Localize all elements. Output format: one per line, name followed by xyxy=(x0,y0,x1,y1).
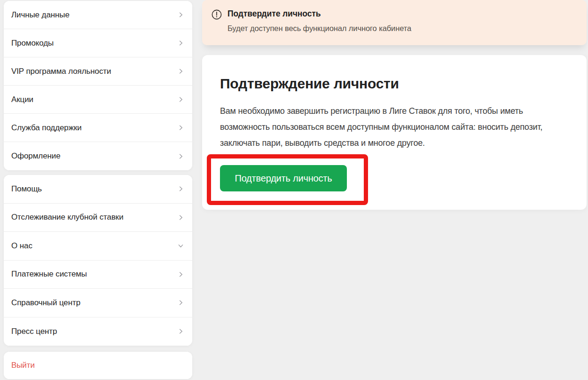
chevron-right-icon xyxy=(177,271,184,277)
sidebar-item-label: Акции xyxy=(11,95,33,104)
sidebar-item-personal-data[interactable]: Личные данные xyxy=(4,1,192,29)
sidebar-item-label: VIP программа лояльности xyxy=(11,67,111,76)
sidebar-item-club-bet-tracking[interactable]: Отслеживание клубной ставки xyxy=(4,204,192,232)
sidebar-item-promo-codes[interactable]: Промокоды xyxy=(4,29,192,57)
chevron-right-icon xyxy=(177,96,184,103)
body-text-line: возможность пользоваться всем доступным … xyxy=(220,119,587,135)
sidebar-item-label: Помощь xyxy=(11,184,42,194)
sidebar-item-promotions[interactable]: Акции xyxy=(4,86,192,114)
sidebar-item-label: Отслеживание клубной ставки xyxy=(11,213,124,222)
sidebar-item-logout[interactable]: Выйти xyxy=(4,352,192,379)
body-text-line: Вам необходимо завершить регистрацию в Л… xyxy=(220,103,587,119)
chevron-down-icon xyxy=(177,243,184,249)
logout-label: Выйти xyxy=(11,361,35,370)
sidebar-item-label: Платежные системы xyxy=(11,269,87,279)
banner-texts: Подтвердите личность Будет доступен весь… xyxy=(227,9,411,45)
sidebar-item-appearance[interactable]: Оформление xyxy=(4,142,192,170)
sidebar-item-help[interactable]: Помощь xyxy=(4,175,192,204)
page-title: Подтверждение личности xyxy=(220,76,587,92)
sidebar-item-support[interactable]: Служба поддержки xyxy=(4,114,192,142)
chevron-right-icon xyxy=(177,12,184,18)
sidebar-group-info: Помощь Отслеживание клубной ставки О нас… xyxy=(4,175,192,346)
sidebar-item-about-us[interactable]: О нас xyxy=(4,232,192,261)
sidebar-group-logout: Выйти xyxy=(4,352,192,379)
chevron-right-icon xyxy=(177,40,184,47)
sidebar-item-label: Пресс центр xyxy=(11,327,57,336)
sidebar-item-payment-systems[interactable]: Платежные системы xyxy=(4,261,192,289)
sidebar-item-press-center[interactable]: Пресс центр xyxy=(4,317,192,346)
chevron-right-icon xyxy=(177,214,184,221)
sidebar-item-help-center[interactable]: Справочный центр xyxy=(4,289,192,317)
chevron-right-icon xyxy=(177,125,184,131)
sidebar-item-label: Промокоды xyxy=(11,39,54,48)
sidebar-item-label: Оформление xyxy=(11,151,61,161)
banner-title: Подтвердите личность xyxy=(227,9,411,19)
chevron-right-icon xyxy=(177,153,184,159)
verify-identity-banner: Подтвердите личность Будет доступен весь… xyxy=(202,0,587,45)
confirm-identity-button[interactable]: Подтвердить личность xyxy=(220,165,347,191)
sidebar-group-account: Личные данные Промокоды VIP программа ло… xyxy=(4,1,192,170)
body-text-line: заключать пари, выводить средства и мног… xyxy=(220,135,587,151)
sidebar-item-label: Личные данные xyxy=(11,10,70,20)
sidebar-item-label: Справочный центр xyxy=(11,298,80,308)
sidebar-item-label: Служба поддержки xyxy=(11,123,82,133)
chevron-right-icon xyxy=(177,68,184,75)
alert-circle-icon xyxy=(212,9,222,20)
sidebar-item-label: О нас xyxy=(11,241,32,251)
chevron-right-icon xyxy=(177,186,184,192)
banner-subtitle: Будет доступен весь функционал личного к… xyxy=(227,24,411,33)
body-text: Вам необходимо завершить регистрацию в Л… xyxy=(220,103,587,151)
chevron-right-icon xyxy=(177,300,184,306)
chevron-right-icon xyxy=(177,328,184,335)
sidebar-item-vip-loyalty[interactable]: VIP программа лояльности xyxy=(4,57,192,86)
